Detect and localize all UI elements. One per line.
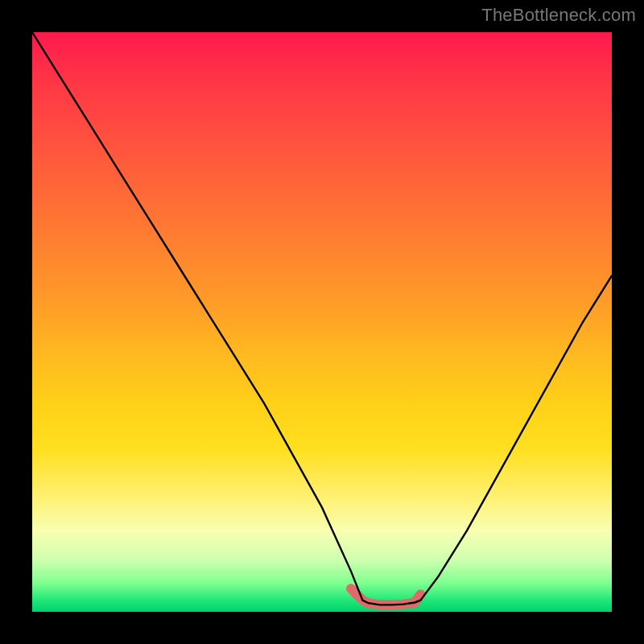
chart-frame: TheBottleneck.com [0, 0, 644, 644]
watermark-text: TheBottleneck.com [481, 5, 636, 26]
plot-area [32, 32, 612, 612]
left-curve [32, 32, 362, 601]
curve-layer [32, 32, 612, 612]
right-curve [420, 275, 612, 600]
